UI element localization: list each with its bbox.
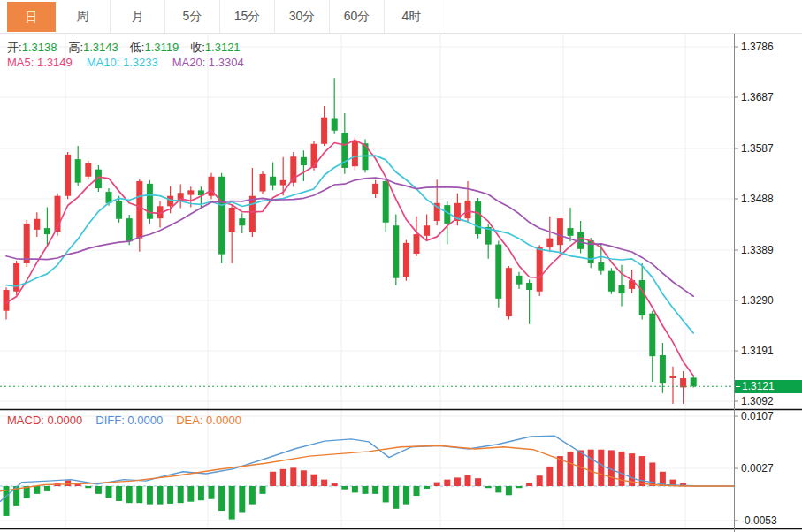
tab-日[interactable]: 日	[7, 2, 56, 32]
current-price-badge: 1.3121	[735, 380, 802, 393]
high-value: 1.3143	[83, 41, 118, 54]
ma10-value: MA10: 1.3233	[87, 56, 158, 69]
current-price-label: 1.3121	[742, 380, 775, 392]
low-label: 低:	[130, 41, 145, 54]
ma5-value: MA5: 1.3149	[7, 56, 73, 69]
ma20-value: MA20: 1.3304	[172, 56, 244, 69]
tab-5分[interactable]: 5分	[165, 0, 220, 33]
axis-tick-label: -0.0053	[741, 514, 777, 527]
tab-30分[interactable]: 30分	[275, 0, 330, 33]
timeframe-tabs: 日周月5分15分30分60分4时	[0, 0, 802, 34]
axis-tick-label: 1.3191	[741, 345, 774, 357]
open-label: 开:	[7, 41, 22, 54]
close-label: 收:	[190, 41, 205, 54]
axis-tick-label: 0.0107	[741, 410, 774, 422]
ohlc-legend: 开:1.3138高:1.3143低:1.3119收:1.3121	[7, 40, 252, 56]
macd-legend: MACD: 0.0000DIFF: 0.0000DEA: 0.0000	[7, 414, 241, 427]
close-value: 1.3121	[205, 41, 241, 54]
axis-tick-label: 1.3389	[741, 244, 774, 256]
candlestick-chart[interactable]	[0, 0, 802, 532]
high-label: 高:	[68, 41, 83, 54]
low-value: 1.3119	[144, 41, 179, 54]
tab-周[interactable]: 周	[56, 0, 111, 33]
tab-月[interactable]: 月	[111, 0, 165, 33]
axis-tick-label: 1.3290	[741, 294, 774, 307]
axis-tick-label: 1.3488	[741, 193, 774, 205]
tab-60分[interactable]: 60分	[330, 0, 385, 33]
axis-tick-label: 0.0027	[741, 462, 774, 475]
macd-value: MACD: 0.0000	[7, 414, 82, 427]
axis-tick-label: 1.3786	[741, 41, 774, 53]
tab-15分[interactable]: 15分	[220, 0, 275, 33]
open-value: 1.3138	[22, 41, 57, 54]
tab-4时[interactable]: 4时	[385, 0, 439, 33]
diff-value: DIFF: 0.0000	[95, 414, 163, 427]
dea-value: DEA: 0.0000	[176, 414, 241, 427]
axis-tick-label: 1.3687	[741, 91, 774, 103]
badge-tick-mark	[736, 386, 740, 387]
ma-legend: MA5: 1.3149MA10: 1.3233MA20: 1.3304	[7, 56, 244, 69]
axis-tick-label: 1.3587	[741, 142, 774, 155]
kline-chart-app: 日周月5分15分30分60分4时 开:1.3138高:1.3143低:1.311…	[0, 0, 802, 532]
axis-tick-label: 1.3092	[741, 395, 774, 407]
